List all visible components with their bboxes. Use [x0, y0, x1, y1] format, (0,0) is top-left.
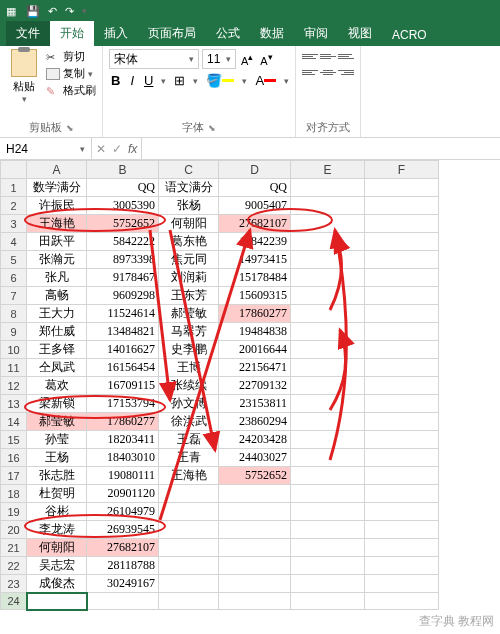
row-header[interactable]: 8	[1, 305, 27, 323]
cell[interactable]: 王海艳	[27, 215, 87, 233]
cell[interactable]	[159, 503, 219, 521]
cell[interactable]	[365, 359, 439, 377]
cell[interactable]: 田跃平	[27, 233, 87, 251]
cell[interactable]	[291, 215, 365, 233]
align-middle-button[interactable]	[320, 49, 336, 63]
cell[interactable]	[159, 593, 219, 610]
cell[interactable]	[291, 557, 365, 575]
cell[interactable]: 20016644	[219, 341, 291, 359]
row-header[interactable]: 4	[1, 233, 27, 251]
cell[interactable]: 8973398	[87, 251, 159, 269]
cell[interactable]: 5842222	[87, 233, 159, 251]
cell[interactable]: 孙莹	[27, 431, 87, 449]
cell[interactable]: 20901120	[87, 485, 159, 503]
cell[interactable]	[291, 197, 365, 215]
cell[interactable]: 刘润莉	[159, 269, 219, 287]
font-size-select[interactable]: 11▾	[202, 49, 236, 69]
cell[interactable]: 徐洪武	[159, 413, 219, 431]
tab-insert[interactable]: 插入	[94, 21, 138, 46]
cell[interactable]: 张志胜	[27, 467, 87, 485]
align-top-button[interactable]	[302, 49, 318, 63]
cell[interactable]: 5752652	[87, 215, 159, 233]
row-header[interactable]: 15	[1, 431, 27, 449]
cell[interactable]: 27682107	[87, 539, 159, 557]
cell[interactable]: 李龙涛	[27, 521, 87, 539]
cell[interactable]	[219, 575, 291, 593]
cell[interactable]: QQ	[87, 179, 159, 197]
cell[interactable]	[365, 539, 439, 557]
cell[interactable]	[365, 575, 439, 593]
cell[interactable]	[291, 305, 365, 323]
row-header[interactable]: 16	[1, 449, 27, 467]
row-header[interactable]: 6	[1, 269, 27, 287]
cell[interactable]: 11524614	[87, 305, 159, 323]
cell[interactable]	[291, 287, 365, 305]
cell[interactable]: 王大力	[27, 305, 87, 323]
cell[interactable]: 葛东艳	[159, 233, 219, 251]
cell[interactable]	[159, 539, 219, 557]
save-button[interactable]: 💾	[26, 5, 40, 18]
cell[interactable]	[291, 341, 365, 359]
cell[interactable]	[291, 251, 365, 269]
cell[interactable]	[291, 539, 365, 557]
cell[interactable]: 18203411	[87, 431, 159, 449]
cell[interactable]: 17860277	[219, 305, 291, 323]
tab-page-layout[interactable]: 页面布局	[138, 21, 206, 46]
cell[interactable]	[219, 557, 291, 575]
cell[interactable]: 史李鹏	[159, 341, 219, 359]
cell[interactable]	[219, 521, 291, 539]
cell[interactable]	[365, 593, 439, 610]
cell[interactable]: 张杨	[159, 197, 219, 215]
align-center-button[interactable]	[320, 65, 336, 79]
row-header[interactable]: 13	[1, 395, 27, 413]
cell[interactable]	[365, 341, 439, 359]
row-header[interactable]: 19	[1, 503, 27, 521]
decrease-font-button[interactable]: A▾	[258, 51, 274, 67]
increase-font-button[interactable]: A▴	[239, 51, 255, 67]
copy-button[interactable]: 复制▾	[46, 66, 96, 81]
cell[interactable]	[291, 395, 365, 413]
cell[interactable]: 14016627	[87, 341, 159, 359]
cell[interactable]: 仝凤武	[27, 359, 87, 377]
cell[interactable]	[159, 485, 219, 503]
cell[interactable]: 11842239	[219, 233, 291, 251]
cell[interactable]	[365, 557, 439, 575]
cell[interactable]: 5752652	[219, 467, 291, 485]
cell[interactable]	[219, 503, 291, 521]
cell[interactable]: 13484821	[87, 323, 159, 341]
cell[interactable]: 何朝阳	[27, 539, 87, 557]
undo-button[interactable]: ↶	[48, 5, 57, 18]
cell[interactable]: 30249167	[87, 575, 159, 593]
cell[interactable]	[365, 233, 439, 251]
cell[interactable]	[365, 485, 439, 503]
cell[interactable]: 26939545	[87, 521, 159, 539]
row-header[interactable]: 2	[1, 197, 27, 215]
cell[interactable]: 张瀚元	[27, 251, 87, 269]
cell[interactable]	[159, 521, 219, 539]
cell[interactable]: 许振民	[27, 197, 87, 215]
cell[interactable]	[291, 485, 365, 503]
name-box[interactable]: H24▾	[0, 138, 92, 159]
cell[interactable]: 谷彬	[27, 503, 87, 521]
row-header[interactable]: 21	[1, 539, 27, 557]
row-header[interactable]: 1	[1, 179, 27, 197]
cell[interactable]: 成俊杰	[27, 575, 87, 593]
cell[interactable]: 王博	[159, 359, 219, 377]
cell[interactable]: 王东芳	[159, 287, 219, 305]
font-name-select[interactable]: 宋体▾	[109, 49, 199, 69]
align-right-button[interactable]	[338, 65, 354, 79]
cell[interactable]: 数学满分	[27, 179, 87, 197]
row-header[interactable]: 18	[1, 485, 27, 503]
cell[interactable]	[291, 377, 365, 395]
cell[interactable]	[365, 215, 439, 233]
cell[interactable]: 9005407	[219, 197, 291, 215]
col-header-D[interactable]: D	[219, 161, 291, 179]
cell[interactable]	[291, 179, 365, 197]
tab-view[interactable]: 视图	[338, 21, 382, 46]
row-header[interactable]: 20	[1, 521, 27, 539]
cell[interactable]: 22156471	[219, 359, 291, 377]
cell[interactable]: 16156454	[87, 359, 159, 377]
cell[interactable]	[159, 575, 219, 593]
cell[interactable]: 16709115	[87, 377, 159, 395]
cell[interactable]	[27, 593, 87, 610]
